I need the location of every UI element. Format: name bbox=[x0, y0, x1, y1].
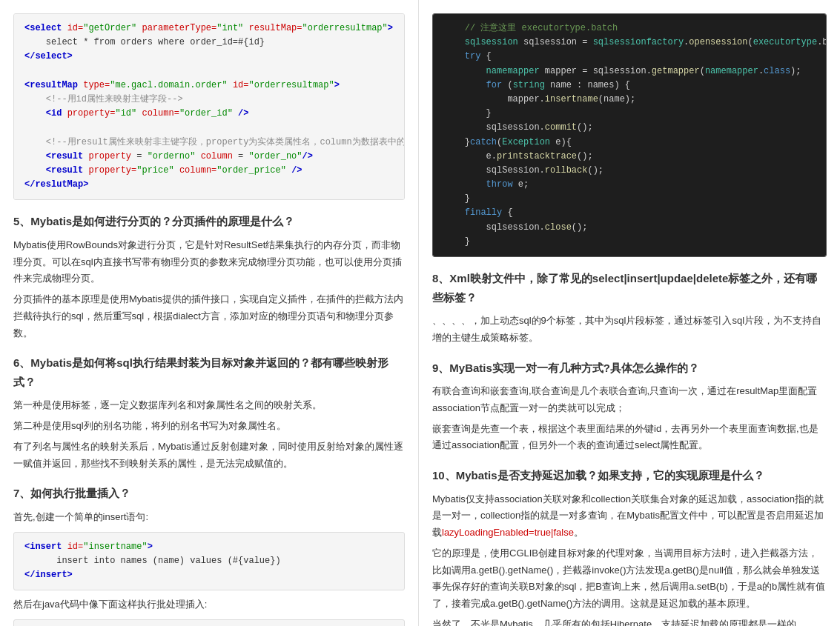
code-block-right: // 注意这里 executortype.batch sqlsession sq… bbox=[432, 13, 827, 257]
code-block-3: list<string> names = new arraylist(); na… bbox=[13, 619, 405, 626]
section7-p2: 然后在java代码中像下面这样执行批处理插入: bbox=[13, 596, 405, 613]
section10-title: 10、Mybatis是否支持延迟加载？如果支持，它的实现原理是什么？ bbox=[432, 466, 827, 485]
section10-p1: Mybatis仅支持association关联对象和collection关联集合… bbox=[432, 491, 827, 542]
section6-title: 6、Mybatis是如何将sql执行结果封装为目标对象并返回的？都有哪些映射形式… bbox=[13, 353, 405, 391]
section7-p1: 首先,创建一个简单的insert语句: bbox=[13, 509, 405, 526]
code-block-2: <insert id="insertname"> insert into nam… bbox=[13, 532, 405, 591]
section6-p2: 第二种是使用sql列的别名功能，将列的别名书写为对象属性名。 bbox=[13, 418, 405, 435]
section10-p2: 它的原理是，使用CGLIB创建目标对象的代理对象，当调用目标方法时，进入拦截器方… bbox=[432, 545, 827, 613]
section9-p2: 嵌套查询是先查一个表，根据这个表里面结果的外键id，去再另外一个表里面查询数据,… bbox=[432, 421, 827, 455]
section8-title: 8、Xml映射文件中，除了常见的select|insert|updae|dele… bbox=[432, 269, 827, 307]
section5-p1: Mybatis使用RowBounds对象进行分页，它是针对ResultSet结果… bbox=[13, 237, 405, 287]
right-panel: // 注意这里 executortype.batch sqlsession sq… bbox=[419, 0, 840, 626]
section7-title: 7、如何执行批量插入？ bbox=[13, 484, 405, 503]
section6-p3: 有了列名与属性名的映射关系后，Mybatis通过反射创建对象，同时使用反射给对象… bbox=[13, 439, 405, 473]
section10-p3: 当然了，不光是Mybatis，几乎所有的包括Hibernate，支持延迟加载的原… bbox=[432, 616, 827, 626]
left-panel: <select id="getOrder" parameterType="int… bbox=[0, 0, 419, 626]
section9-p1: 有联合查询和嵌套查询,联合查询是几个表联合查询,只查询一次，通过在resultM… bbox=[432, 383, 827, 417]
section8-p: 、、、、，加上动态sql的9个标签，其中为sql片段标签，通过标签引入sql片段… bbox=[432, 313, 827, 347]
section5-p2: 分页插件的基本原理是使用Mybatis提供的插件接口，实现自定义插件，在插件的拦… bbox=[13, 291, 405, 342]
section9-title: 9、MyBatis实现一对一有几种方式?具体怎么操作的？ bbox=[432, 359, 827, 378]
section6-p1: 第一种是使用标签，逐一定义数据库列名和对象属性名之间的映射关系。 bbox=[13, 397, 405, 414]
section5-title: 5、Mybatis是如何进行分页的？分页插件的原理是什么？ bbox=[13, 212, 405, 231]
code-block-1: <select id="getOrder" parameterType="int… bbox=[13, 13, 405, 200]
